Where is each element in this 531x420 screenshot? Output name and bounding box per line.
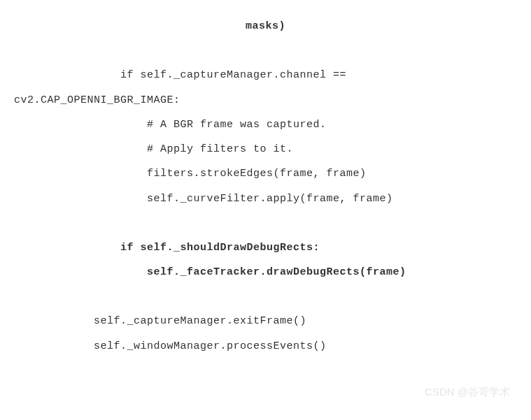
code-line: self._windowManager.processEvents() <box>14 334 517 359</box>
code-line-bold: if self._shouldDrawDebugRects: <box>14 236 517 260</box>
code-line-comment: # Apply filters to it. <box>14 137 517 161</box>
code-line: cv2.CAP_OPENNI_BGR_IMAGE: <box>14 88 517 113</box>
header-text: masks) <box>246 20 285 32</box>
code-line: filters.strokeEdges(frame, frame) <box>14 161 517 186</box>
code-line: if self._captureManager.channel == <box>14 63 517 87</box>
watermark-text: CSDN @谷哥学术 <box>425 386 510 399</box>
code-line-comment: # A BGR frame was captured. <box>14 113 517 137</box>
blank-line-spacer <box>14 284 517 309</box>
blank-line-spacer <box>14 211 517 236</box>
code-header-line: masks) <box>14 14 517 38</box>
code-snippet-block: masks) if self._captureManager.channel =… <box>0 0 531 372</box>
code-line: self._captureManager.exitFrame() <box>14 309 517 333</box>
code-line-bold: self._faceTracker.drawDebugRects(frame) <box>14 260 517 284</box>
code-line: self._curveFilter.apply(frame, frame) <box>14 187 517 211</box>
